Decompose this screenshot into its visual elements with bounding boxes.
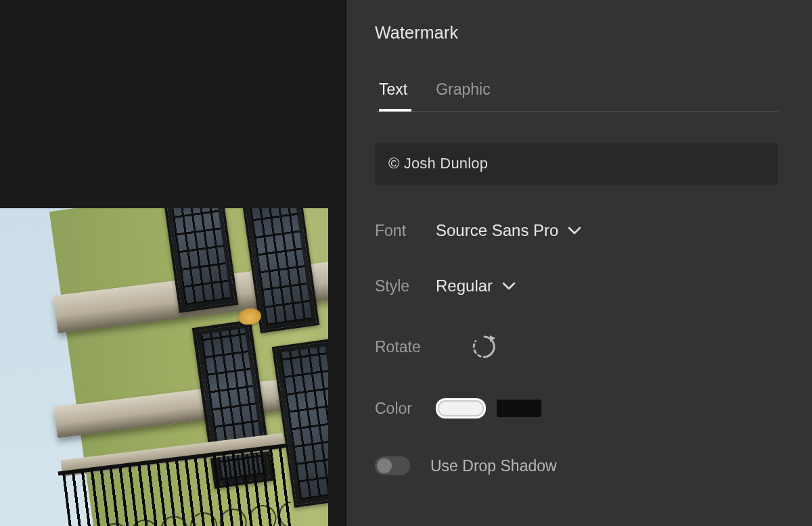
- font-label: Font: [375, 222, 436, 240]
- style-value: Regular: [436, 277, 493, 295]
- color-swatches: [436, 398, 541, 419]
- tab-graphic[interactable]: Graphic: [436, 80, 491, 111]
- rotate-row: Rotate: [375, 332, 778, 362]
- tab-text[interactable]: Text: [379, 80, 407, 111]
- font-row: Font Source Sans Pro: [375, 221, 778, 240]
- drop-shadow-toggle[interactable]: [375, 456, 410, 475]
- chevron-down-icon: [568, 226, 581, 235]
- watermark-panel: Watermark Text Graphic © Josh Dunlop Fon…: [346, 0, 812, 526]
- style-row: Style Regular: [375, 277, 778, 295]
- photo-preview[interactable]: [0, 208, 328, 526]
- watermark-text-input[interactable]: © Josh Dunlop: [375, 143, 778, 185]
- drop-shadow-row: Use Drop Shadow: [375, 456, 778, 475]
- font-dropdown[interactable]: Source Sans Pro: [436, 221, 581, 240]
- rotate-label: Rotate: [375, 338, 436, 356]
- color-swatch-white[interactable]: [436, 398, 486, 419]
- panel-title: Watermark: [375, 23, 778, 43]
- drop-shadow-label: Use Drop Shadow: [430, 457, 557, 475]
- color-swatch-black[interactable]: [497, 400, 541, 417]
- canvas-column: [0, 0, 345, 526]
- toggle-knob: [377, 458, 392, 473]
- canvas-empty-area: [0, 0, 345, 208]
- rotate-button[interactable]: [470, 332, 499, 362]
- style-dropdown[interactable]: Regular: [436, 277, 516, 295]
- style-label: Style: [375, 277, 436, 295]
- watermark-tabs: Text Graphic: [375, 80, 778, 112]
- color-row: Color: [375, 398, 778, 419]
- font-value: Source Sans Pro: [436, 221, 558, 240]
- chevron-down-icon: [502, 281, 516, 291]
- color-label: Color: [375, 400, 436, 418]
- app-root: Watermark Text Graphic © Josh Dunlop Fon…: [0, 0, 812, 526]
